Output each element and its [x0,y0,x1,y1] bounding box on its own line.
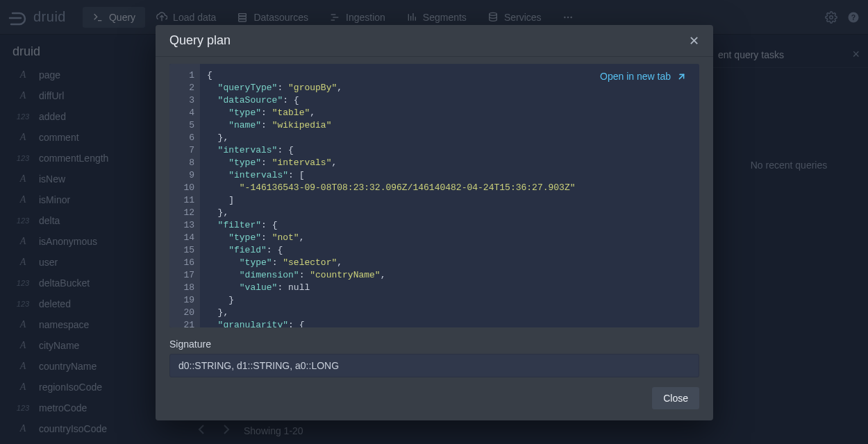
code-line: }, [207,132,694,144]
code-line: "dataSource": { [207,94,694,107]
query-plan-dialog: Query plan ✕ Open in new tab 12345678910… [156,25,713,420]
code-line: ] [207,194,694,207]
dialog-title: Query plan [169,33,231,48]
code-line: "type": "not", [207,232,694,244]
code-content[interactable]: { "queryType": "groupBy", "dataSource": … [200,64,699,327]
query-plan-code: Open in new tab 123456789101112131415161… [169,64,699,327]
code-line: "-146136543-09-08T08:23:32.096Z/14614048… [207,182,694,194]
code-gutter: 123456789101112131415161718192021 [169,64,200,327]
code-line: "name": "wikipedia" [207,119,694,132]
close-button[interactable]: Close [652,387,699,409]
code-line: "dimension": "countryName", [207,269,694,282]
code-line: "type": "intervals", [207,157,694,169]
code-line: }, [207,207,694,219]
signature-label: Signature [169,339,699,350]
code-line: "field": { [207,244,694,257]
code-line: } [207,294,694,307]
code-line: }, [207,307,694,319]
dialog-close-x[interactable]: ✕ [689,33,699,49]
code-line: "queryType": "groupBy", [207,82,694,94]
code-line: "type": "table", [207,107,694,119]
code-line: "type": "selector", [207,257,694,269]
signature-value: d0::STRING, d1::STRING, a0::LONG [169,354,699,377]
code-line: "granularity": { [207,319,694,327]
code-line: "filter": { [207,219,694,232]
code-line: "intervals": [ [207,169,694,182]
code-line: "value": null [207,282,694,294]
external-link-icon [676,71,687,82]
open-in-new-tab-link[interactable]: Open in new tab [600,71,687,82]
code-line: "intervals": { [207,144,694,157]
